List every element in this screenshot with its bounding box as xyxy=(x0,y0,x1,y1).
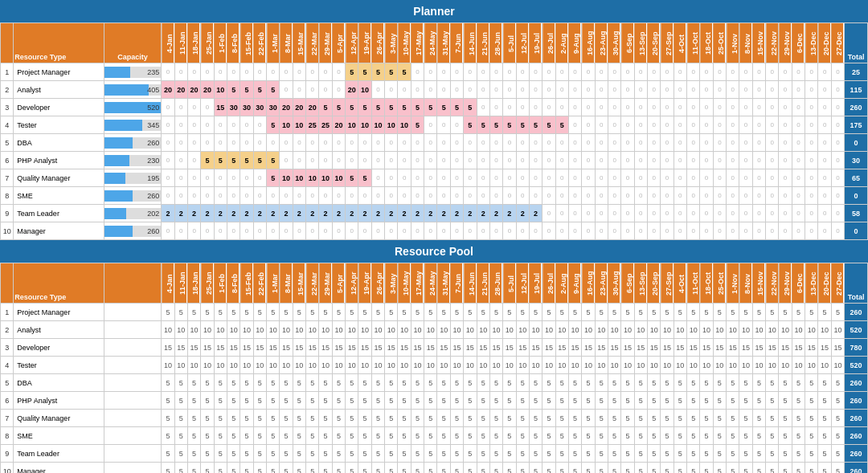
planner-cell: 0 xyxy=(489,99,502,116)
pool-cell: 5 xyxy=(358,427,371,445)
pool-cell: 5 xyxy=(700,445,713,463)
pool-cell: 15 xyxy=(371,339,384,357)
planner-cell: 5 xyxy=(253,152,266,169)
planner-cell: 0 xyxy=(227,63,240,81)
pool-week-header-50: 20-Dec xyxy=(818,263,831,304)
planner-cell: 2 xyxy=(332,205,345,222)
planner-cell: 0 xyxy=(608,205,620,222)
planner-cell: 0 xyxy=(792,99,805,116)
planner-cell: 0 xyxy=(568,169,581,187)
planner-cell: 0 xyxy=(818,134,831,152)
pool-cell: 5 xyxy=(306,463,319,474)
pool-capacity-cell xyxy=(104,392,162,410)
pool-week-header-13: 5-Apr xyxy=(332,263,345,304)
pool-cell: 10 xyxy=(267,321,280,339)
planner-cell: 0 xyxy=(371,81,384,99)
pool-cell: 5 xyxy=(739,374,752,392)
planner-cell: 0 xyxy=(162,222,174,240)
pool-cell: 5 xyxy=(503,445,516,463)
pool-cell: 15 xyxy=(411,339,424,357)
capacity-cell: 202 xyxy=(104,205,162,222)
pool-cell: 5 xyxy=(595,427,608,445)
pool-cell: 5 xyxy=(608,463,620,474)
pool-cell: 5 xyxy=(267,392,280,410)
pool-cell: 10 xyxy=(568,321,581,339)
planner-cell: 0 xyxy=(595,152,608,169)
planner-cell: 0 xyxy=(647,187,660,205)
pool-cell: 5 xyxy=(424,445,437,463)
planner-cell: 0 xyxy=(713,134,726,152)
pool-cell: 5 xyxy=(332,304,345,321)
pool-week-header-39: 4-Oct xyxy=(674,263,686,304)
pool-cell: 5 xyxy=(319,392,332,410)
pool-cell: 10 xyxy=(489,321,502,339)
planner-cell: 0 xyxy=(306,63,319,81)
resource-pool-header: Resource Pool xyxy=(0,240,868,263)
planner-cell: 0 xyxy=(674,81,686,99)
resource-name: DBA xyxy=(14,134,104,152)
capacity-cell: 230 xyxy=(104,152,162,169)
planner-cell: 0 xyxy=(162,187,174,205)
planner-cell: 0 xyxy=(647,116,660,134)
pool-cell: 5 xyxy=(371,445,384,463)
pool-cell: 5 xyxy=(727,410,739,427)
pool-cell: 5 xyxy=(201,410,214,427)
planner-cell: 2 xyxy=(398,205,411,222)
planner-cell: 0 xyxy=(608,63,620,81)
pool-cell: 5 xyxy=(674,445,686,463)
week-header-6: 15-Feb xyxy=(240,23,253,63)
planner-cell: 0 xyxy=(358,222,371,240)
pool-cell: 5 xyxy=(752,374,765,392)
planner-cell: 0 xyxy=(174,152,187,169)
row-num: 7 xyxy=(1,169,14,187)
pool-cell: 5 xyxy=(398,463,411,474)
pool-cell: 5 xyxy=(411,392,424,410)
planner-cell: 2 xyxy=(293,205,305,222)
planner-cell: 5 xyxy=(464,99,477,116)
planner-cell: 2 xyxy=(358,205,371,222)
pool-cell: 15 xyxy=(174,339,187,357)
planner-cell: 0 xyxy=(516,63,529,81)
pool-cell: 5 xyxy=(398,410,411,427)
week-header-3: 25-Jan xyxy=(201,23,214,63)
resource-name: Analyst xyxy=(14,81,104,99)
resource-name: Tester xyxy=(14,116,104,134)
planner-cell: 0 xyxy=(464,63,477,81)
pool-row-num: 1 xyxy=(1,304,14,321)
planner-cell: 20 xyxy=(162,81,174,99)
pool-cell: 5 xyxy=(700,463,713,474)
planner-cell: 0 xyxy=(792,134,805,152)
pool-resource-name: Project Manager xyxy=(14,304,104,321)
planner-cell: 0 xyxy=(661,134,674,152)
capacity-cell: 520 xyxy=(104,99,162,116)
pool-cell: 5 xyxy=(792,374,805,392)
planner-cell: 0 xyxy=(319,134,332,152)
pool-week-header-37: 20-Sep xyxy=(647,263,660,304)
pool-cell: 15 xyxy=(503,339,516,357)
pool-cell: 5 xyxy=(713,410,726,427)
week-header-10: 15-Mar xyxy=(293,23,305,63)
pool-cell: 5 xyxy=(214,463,227,474)
pool-cell: 5 xyxy=(582,445,595,463)
planner-cell: 0 xyxy=(398,152,411,169)
planner-cell: 10 xyxy=(358,116,371,134)
table-row: 5DBA260000000000000000000000000000000000… xyxy=(1,134,868,152)
planner-cell: 0 xyxy=(779,116,792,134)
planner-cell: 0 xyxy=(595,187,608,205)
pool-cell: 5 xyxy=(174,304,187,321)
pool-cell: 15 xyxy=(727,339,739,357)
pool-cell: 5 xyxy=(700,427,713,445)
planner-cell: 0 xyxy=(424,222,437,240)
planner-cell: 2 xyxy=(411,205,424,222)
pool-cell: 5 xyxy=(280,374,293,392)
planner-cell: 0 xyxy=(503,152,516,169)
pool-cell: 5 xyxy=(306,427,319,445)
pool-cell: 5 xyxy=(568,445,581,463)
pool-week-header-28: 19-Jul xyxy=(529,263,542,304)
planner-cell: 5 xyxy=(358,63,371,81)
planner-cell: 0 xyxy=(477,99,489,116)
pool-cell: 5 xyxy=(661,392,674,410)
table-row: 1Project Manager235000000000000005555500… xyxy=(1,63,868,81)
pool-cell: 10 xyxy=(450,321,463,339)
planner-cell: 0 xyxy=(489,187,502,205)
